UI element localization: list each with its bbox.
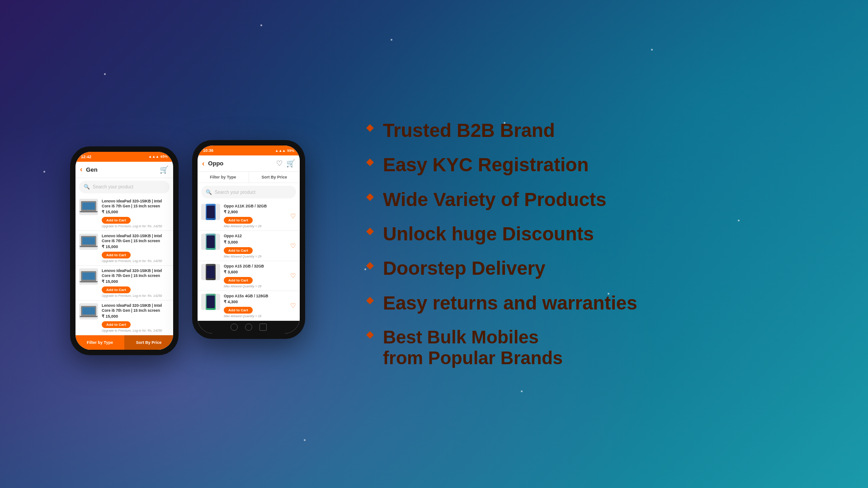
phones-section: 12:42 ▲▲▲ 65% ‹ Gen 🛒 🔍 Search your prod… <box>0 0 339 488</box>
feature-item-7: ◆ Best Bulk Mobilesfrom Popular Brands <box>366 327 832 368</box>
bullet-2: ◆ <box>366 156 374 168</box>
phone2-product-item-1: Oppo A11K 2GB / 32GB ₹ 2,900 Add to Cart… <box>198 201 300 231</box>
phone1-product-item-1: Lenovo IdeaPad 320-15IKB | Intel Core i5… <box>75 196 173 231</box>
phone2-status-right: ▲▲▲ 55% <box>275 149 294 153</box>
phone1-product-name-4: Lenovo IdeaPad 320-15IKB | Intel Core i5… <box>102 303 170 313</box>
phone1-product-name-3: Lenovo IdeaPad 320-15IKB | Intel Core i5… <box>102 268 170 278</box>
phone2-product-item-2: Oppo A12 ₹ 3,000 Add to Cart Max Allowed… <box>198 231 300 261</box>
phone1-back-button[interactable]: ‹ <box>80 165 82 174</box>
phone2-nav-icons: ♡ 🛒 <box>276 159 295 168</box>
feature-item-4: ◆ Unlock huge Discounts <box>366 223 832 245</box>
phone2-filter-row: Filter by Type Sort By Price <box>198 172 300 183</box>
phone1-product-list: Lenovo IdeaPad 320-15IKB | Intel Core i5… <box>75 196 173 335</box>
bullet-5: ◆ <box>366 259 374 271</box>
phone2-home-recent[interactable] <box>259 324 267 331</box>
phone1-signal: ▲▲▲ <box>148 155 159 159</box>
feature-text-2: Easy KYC Registration <box>383 154 589 176</box>
phone2-product-note-1: Max Allowed Quantity = 29 <box>224 225 287 228</box>
phone-1-screen: 12:42 ▲▲▲ 65% ‹ Gen 🛒 🔍 Search your prod… <box>75 152 173 350</box>
phone1-product-note-3: Upgrade to Premium, Log in for: Rs. 1425… <box>102 294 170 297</box>
phone2-nav-title: Oppo <box>208 160 276 167</box>
phone1-product-price-4: ₹ 15,000 <box>102 314 170 319</box>
features-section: ◆ Trusted B2B Brand ◆ Easy KYC Registrat… <box>339 93 868 395</box>
phone-2-screen: 10:36 ▲▲▲ 55% ‹ Oppo ♡ 🛒 <box>198 145 300 333</box>
feature-item-2: ◆ Easy KYC Registration <box>366 154 832 176</box>
phone2-product-note-2: Max Allowed Quantity = 29 <box>224 255 287 258</box>
phone1-product-img-3 <box>79 268 98 285</box>
phone1-product-item-2: Lenovo IdeaPad 320-15IKB | Intel Core i5… <box>75 231 173 266</box>
phone1-filter-by-type-tab[interactable]: Filter by Type <box>75 335 124 350</box>
phone2-cart-icon[interactable]: 🛒 <box>286 159 295 168</box>
phone2-product-heart-2[interactable]: ♡ <box>290 242 296 249</box>
phone2-product-details-2: Oppo A12 ₹ 3,000 Add to Cart Max Allowed… <box>224 234 287 258</box>
phone2-add-to-cart-1[interactable]: Add to Cart <box>224 217 253 224</box>
phone2-product-img-1 <box>201 204 220 220</box>
phone2-search-bar[interactable]: 🔍 Search your product <box>201 186 296 198</box>
phone1-bottom-tabs: Filter by Type Sort By Price <box>75 335 173 350</box>
feature-item-5: ◆ Doorstep Delivery <box>366 258 832 279</box>
phone2-search-placeholder: Search your product <box>215 190 255 195</box>
phone1-add-to-cart-2[interactable]: Add to Cart <box>102 252 131 258</box>
phone1-product-details-3: Lenovo IdeaPad 320-15IKB | Intel Core i5… <box>102 268 170 297</box>
phone1-add-to-cart-1[interactable]: Add to Cart <box>102 217 131 224</box>
feature-text-3: Wide Variety of Products <box>383 189 606 211</box>
phone2-add-to-cart-4[interactable]: Add to Cart <box>224 307 253 314</box>
feature-text-7: Best Bulk Mobilesfrom Popular Brands <box>383 327 563 368</box>
feature-text-6: Easy returns and warranties <box>383 292 637 314</box>
phone2-filter-by-type-btn[interactable]: Filter by Type <box>198 172 249 183</box>
phone2-product-price-2: ₹ 3,000 <box>224 240 287 244</box>
phone2-back-button[interactable]: ‹ <box>202 160 204 168</box>
phone2-product-details-4: Oppo A15s 4GB / 128GB ₹ 4,300 Add to Car… <box>224 294 287 318</box>
phone1-time: 12:42 <box>81 155 91 159</box>
phone2-home-home[interactable] <box>245 324 252 331</box>
phone1-product-img-1 <box>79 199 98 215</box>
bullet-1: ◆ <box>366 122 374 133</box>
bullet-4: ◆ <box>366 225 374 237</box>
phone1-product-price-1: ₹ 15,000 <box>102 210 170 214</box>
phone2-status-bar: 10:36 ▲▲▲ 55% <box>198 145 300 155</box>
phone1-search-bar[interactable]: 🔍 Search your product <box>79 181 170 193</box>
phone2-product-name-1: Oppo A11K 2GB / 32GB <box>224 204 287 209</box>
feature-text-4: Unlock huge Discounts <box>383 223 594 245</box>
phone1-product-item-4: Lenovo IdeaPad 320-15IKB | Intel Core i5… <box>75 300 173 335</box>
phone1-add-to-cart-3[interactable]: Add to Cart <box>102 286 131 293</box>
phone2-product-heart-3[interactable]: ♡ <box>290 272 296 279</box>
feature-text-5: Doorstep Delivery <box>383 258 545 279</box>
phone1-add-to-cart-4[interactable]: Add to Cart <box>102 321 131 328</box>
phone2-home-back[interactable] <box>231 324 238 331</box>
phone2-product-details-3: Oppo A15 2GB / 32GB ₹ 3,600 Add to Cart … <box>224 264 287 288</box>
phone2-product-item-4: Oppo A15s 4GB / 128GB ₹ 4,300 Add to Car… <box>198 291 300 321</box>
phone2-product-heart-4[interactable]: ♡ <box>290 302 296 309</box>
feature-item-3: ◆ Wide Variety of Products <box>366 189 832 211</box>
phone1-sort-by-price-tab[interactable]: Sort By Price <box>124 335 173 350</box>
phone2-time: 10:36 <box>203 148 213 153</box>
phone2-product-img-2 <box>201 234 220 250</box>
phone2-product-img-4 <box>201 294 220 310</box>
phone2-add-to-cart-3[interactable]: Add to Cart <box>224 277 253 284</box>
phone2-add-to-cart-2[interactable]: Add to Cart <box>224 247 253 254</box>
phone1-product-name-2: Lenovo IdeaPad 320-15IKB | Intel Core i5… <box>102 234 170 244</box>
phone2-product-note-4: Max Allowed Quantity = 16 <box>224 314 287 318</box>
phone1-product-name-1: Lenovo IdeaPad 320-15IKB | Intel Core i5… <box>102 199 170 209</box>
phone2-battery: 55% <box>287 149 294 153</box>
phone2-navbar: ‹ Oppo ♡ 🛒 <box>198 155 300 172</box>
phone1-cart-icon[interactable]: 🛒 <box>160 165 169 174</box>
phone1-navbar: ‹ Gen 🛒 <box>75 162 173 178</box>
phone2-product-item-3: Oppo A15 2GB / 32GB ₹ 3,600 Add to Cart … <box>198 261 300 291</box>
phone2-product-price-3: ₹ 3,600 <box>224 270 287 274</box>
phone2-sort-by-price-btn[interactable]: Sort By Price <box>249 172 300 183</box>
phone2-product-name-3: Oppo A15 2GB / 32GB <box>224 264 287 269</box>
phone2-product-details-1: Oppo A11K 2GB / 32GB ₹ 2,900 Add to Cart… <box>224 204 287 228</box>
phone2-heart-icon[interactable]: ♡ <box>276 159 283 168</box>
phone1-product-details-2: Lenovo IdeaPad 320-15IKB | Intel Core i5… <box>102 234 170 263</box>
phone1-product-img-2 <box>79 234 98 250</box>
bullet-6: ◆ <box>366 294 374 306</box>
phone1-product-price-3: ₹ 15,000 <box>102 279 170 284</box>
phone2-signal: ▲▲▲ <box>275 149 286 153</box>
phone1-product-price-2: ₹ 15,000 <box>102 244 170 249</box>
phone2-product-heart-1[interactable]: ♡ <box>290 212 296 220</box>
phone1-search-placeholder: Search your product <box>93 184 133 189</box>
phone2-search-icon: 🔍 <box>206 189 212 195</box>
phone1-product-item-3: Lenovo IdeaPad 320-15IKB | Intel Core i5… <box>75 266 173 300</box>
phone1-product-details-4: Lenovo IdeaPad 320-15IKB | Intel Core i5… <box>102 303 170 332</box>
